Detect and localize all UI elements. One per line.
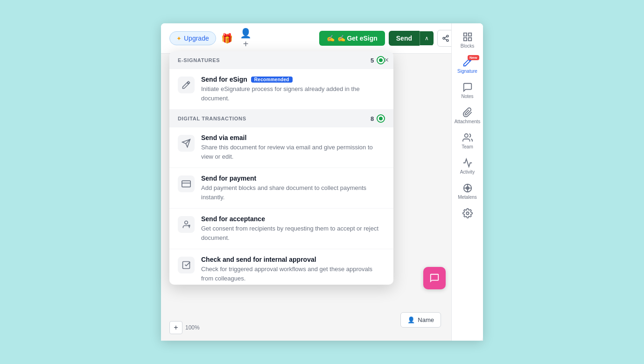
esignatures-dot-inner bbox=[379, 58, 383, 62]
acceptance-item-content: Send for acceptance Get consent from rec… bbox=[201, 215, 385, 242]
svg-point-22 bbox=[466, 212, 469, 215]
metalens-icon bbox=[462, 183, 473, 193]
sidebar-item-activity[interactable]: Activity bbox=[454, 154, 481, 178]
dropdown-scroll[interactable]: E-SIGNATURES 5 Sen bbox=[169, 51, 393, 285]
digital-transactions-section-header: DIGITAL TRANSACTIONS 8 bbox=[169, 110, 393, 127]
digital-transactions-dot-inner bbox=[379, 117, 383, 120]
metalens-label: Metalens bbox=[458, 195, 477, 200]
menu-item-send-for-payment[interactable]: Send for payment Add payment blocks and … bbox=[169, 168, 393, 209]
blocks-icon bbox=[462, 32, 473, 42]
digital-transactions-badge: 8 bbox=[371, 114, 385, 123]
acceptance-menu-icon bbox=[178, 216, 195, 233]
upgrade-button[interactable]: ✦ Upgrade bbox=[169, 31, 216, 45]
notes-icon bbox=[462, 82, 473, 92]
notes-label: Notes bbox=[461, 94, 473, 99]
approval-item-title: Check and send for internal approval bbox=[201, 256, 385, 263]
svg-point-0 bbox=[447, 35, 448, 37]
digital-transactions-dot bbox=[377, 114, 385, 123]
sidebar-item-blocks[interactable]: Blocks bbox=[454, 28, 481, 52]
team-icon bbox=[462, 133, 473, 143]
signature-label: Signature bbox=[457, 69, 477, 74]
activity-label: Activity bbox=[460, 169, 475, 175]
float-chat-button[interactable] bbox=[423, 267, 446, 289]
menu-item-send-via-email[interactable]: Send via email Share this document for r… bbox=[169, 127, 393, 168]
svg-rect-16 bbox=[468, 38, 471, 41]
email-item-desc: Share this document for review via email… bbox=[201, 143, 385, 161]
toolbar: ✦ Upgrade 🎁 👤+ ✍ ✍ Get eSign Send ∧ ⋮ bbox=[161, 23, 483, 54]
esignatures-section-header: E-SIGNATURES 5 bbox=[169, 51, 393, 69]
esignatures-badge: 5 bbox=[371, 56, 385, 64]
attachments-label: Attachments bbox=[455, 119, 481, 124]
signature-new-badge: New bbox=[468, 55, 479, 60]
approval-item-content: Check and send for internal approval Che… bbox=[201, 256, 385, 283]
digital-transactions-count: 8 bbox=[371, 115, 374, 122]
esignatures-count: 5 bbox=[371, 57, 374, 64]
chat-float-icon bbox=[429, 273, 440, 283]
esignatures-header-label: E-SIGNATURES bbox=[178, 57, 220, 63]
blocks-label: Blocks bbox=[461, 43, 474, 49]
svg-point-1 bbox=[443, 37, 445, 39]
zoom-controls: + 100% bbox=[169, 321, 200, 334]
svg-rect-13 bbox=[463, 33, 466, 36]
payment-menu-icon bbox=[178, 175, 195, 192]
sidebar-item-notes[interactable]: Notes bbox=[454, 78, 481, 103]
menu-item-internal-approval[interactable]: Check and send for internal approval Che… bbox=[169, 249, 393, 285]
email-item-content: Send via email Share this document for r… bbox=[201, 134, 385, 161]
esign-item-content: Send for eSign Recommended Initiate eSig… bbox=[201, 76, 385, 103]
dropdown-panel: × E-SIGNATURES 5 bbox=[169, 51, 393, 285]
svg-point-9 bbox=[185, 221, 188, 224]
approval-item-desc: Check for triggered approval workflows a… bbox=[201, 265, 385, 283]
esign-item-desc: Initiate eSignature process for signers … bbox=[201, 84, 385, 103]
name-placeholder: Name bbox=[418, 316, 434, 323]
sidebar-item-signature[interactable]: New Signature bbox=[454, 53, 481, 77]
payment-item-content: Send for payment Add payment blocks and … bbox=[201, 175, 385, 202]
send-button-group: Send ∧ bbox=[389, 31, 434, 46]
esign-item-title: Send for eSign Recommended bbox=[201, 76, 385, 83]
person-icon: 👤 bbox=[407, 316, 415, 323]
name-field[interactable]: 👤 Name bbox=[400, 312, 441, 328]
svg-point-2 bbox=[447, 40, 448, 42]
svg-rect-14 bbox=[468, 33, 471, 36]
gift-icon-button[interactable]: 🎁 bbox=[220, 31, 235, 46]
svg-rect-7 bbox=[182, 181, 190, 187]
esign-icon: ✍ bbox=[327, 35, 335, 42]
payment-item-desc: Add payment blocks and share document to… bbox=[201, 183, 385, 202]
menu-item-send-for-acceptance[interactable]: Send for acceptance Get consent from rec… bbox=[169, 209, 393, 249]
zoom-plus-button[interactable]: + bbox=[169, 321, 182, 334]
svg-line-4 bbox=[445, 36, 447, 38]
svg-rect-12 bbox=[183, 262, 190, 269]
sidebar-item-attachments[interactable]: Attachments bbox=[454, 104, 481, 128]
close-dropdown-button[interactable]: × bbox=[385, 56, 389, 64]
menu-item-send-for-esign[interactable]: Send for eSign Recommended Initiate eSig… bbox=[169, 69, 393, 110]
sidebar-item-settings[interactable] bbox=[454, 204, 481, 222]
get-esign-button[interactable]: ✍ ✍ Get eSign bbox=[319, 31, 385, 46]
zoom-level: 100% bbox=[185, 324, 200, 331]
main-container: ✦ Upgrade 🎁 👤+ ✍ ✍ Get eSign Send ∧ ⋮ bbox=[161, 23, 483, 341]
recommended-badge: Recommended bbox=[251, 77, 293, 83]
approval-menu-icon bbox=[178, 257, 195, 273]
esignatures-dot bbox=[377, 56, 385, 64]
settings-icon bbox=[462, 208, 473, 218]
email-menu-icon bbox=[178, 135, 195, 152]
add-user-icon-button[interactable]: 👤+ bbox=[238, 31, 253, 46]
payment-item-title: Send for payment bbox=[201, 175, 385, 182]
team-label: Team bbox=[462, 144, 473, 149]
esign-title-text: Send for eSign bbox=[201, 76, 247, 83]
activity-icon bbox=[462, 158, 473, 168]
attachments-icon bbox=[462, 107, 473, 118]
share-icon bbox=[442, 35, 449, 42]
svg-rect-15 bbox=[463, 38, 466, 41]
svg-line-3 bbox=[445, 39, 447, 40]
svg-point-17 bbox=[464, 134, 468, 137]
sparkle-icon: ✦ bbox=[176, 35, 182, 42]
acceptance-item-title: Send for acceptance bbox=[201, 215, 385, 223]
send-button[interactable]: Send bbox=[389, 31, 420, 46]
email-item-title: Send via email bbox=[201, 134, 385, 141]
sidebar-item-metalens[interactable]: Metalens bbox=[454, 179, 481, 203]
send-chevron-button[interactable]: ∧ bbox=[420, 31, 434, 45]
sidebar-item-team[interactable]: Team bbox=[454, 129, 481, 153]
esign-menu-icon bbox=[178, 77, 195, 93]
right-sidebar: Blocks New Signature Notes Attachments bbox=[451, 23, 483, 341]
acceptance-item-desc: Get consent from recipients by requestin… bbox=[201, 224, 385, 242]
digital-transactions-header-label: DIGITAL TRANSACTIONS bbox=[178, 116, 246, 121]
